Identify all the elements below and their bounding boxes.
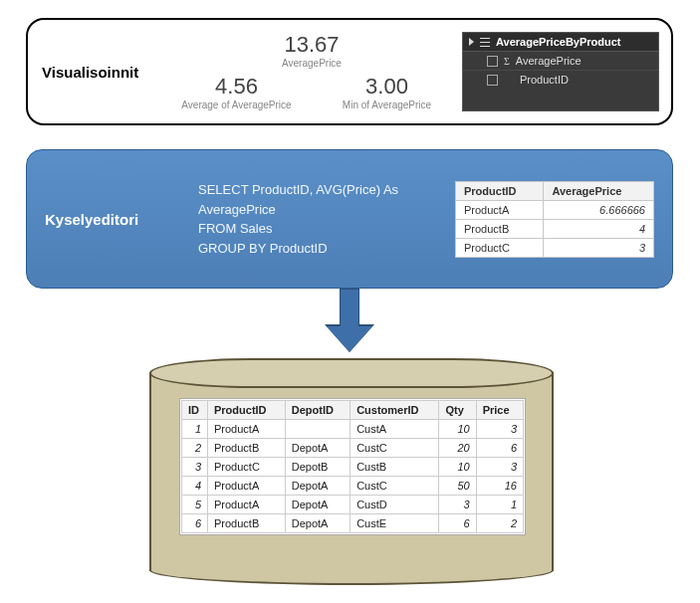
- cell: DepotA: [285, 439, 350, 458]
- cell: DepotA: [285, 514, 350, 533]
- sql-line: GROUP BY ProductID: [198, 239, 441, 259]
- metric-label: Min of AveragePrice: [312, 100, 462, 110]
- cell: 6.666666: [544, 200, 654, 219]
- table-row: 1 ProductA CustA 10 3: [182, 420, 524, 439]
- result-col-productid: ProductID: [456, 181, 544, 200]
- cell: ProductB: [456, 219, 544, 238]
- cell: 50: [439, 477, 476, 496]
- metric-min-of-avg: 3.00 Min of AveragePrice: [312, 75, 462, 109]
- expand-icon: [469, 38, 474, 46]
- cell: 3: [439, 496, 476, 514]
- cell: [285, 420, 350, 439]
- sql-line: SELECT ProductID, AVG(Price) As: [198, 180, 441, 200]
- result-row: ProductC 3: [456, 238, 654, 257]
- result-header-row: ProductID AveragePrice: [456, 181, 654, 200]
- cell: CustE: [350, 514, 439, 533]
- cell: 5: [182, 496, 208, 514]
- cell: 10: [439, 458, 476, 477]
- cell: ProductA: [208, 496, 286, 514]
- field-item[interactable]: Σ AveragePrice: [463, 52, 658, 71]
- table-row: 3 ProductC DepotB CustB 10 3: [182, 458, 524, 477]
- cell: 20: [439, 439, 476, 458]
- fields-table-header[interactable]: AveragePriceByProduct: [463, 33, 658, 52]
- metric-average-price: 13.67 AveragePrice: [161, 33, 462, 68]
- col-depotid: DepotID: [285, 401, 350, 420]
- result-row: ProductA 6.666666: [456, 200, 654, 219]
- cell: 4: [544, 219, 654, 238]
- checkbox-icon[interactable]: [487, 56, 498, 67]
- fields-table-name: AveragePriceByProduct: [496, 36, 621, 48]
- cell: 10: [439, 420, 476, 439]
- cell: CustC: [350, 439, 439, 458]
- cell: ProductC: [456, 238, 544, 257]
- cell: ProductB: [208, 514, 286, 533]
- table-row: 5 ProductA DepotA CustD 3 1: [182, 496, 524, 514]
- cell: CustC: [350, 477, 439, 496]
- source-table: ID ProductID DepotID CustomerID Qty Pric…: [179, 398, 526, 535]
- col-customerid: CustomerID: [350, 401, 439, 420]
- cell: 2: [476, 514, 523, 533]
- sql-text: SELECT ProductID, AVG(Price) As AverageP…: [194, 180, 455, 258]
- metric-label: Average of AveragePrice: [161, 100, 312, 110]
- table-icon: [480, 38, 490, 47]
- col-qty: Qty: [439, 401, 476, 420]
- cell: 4: [182, 477, 208, 496]
- database-cylinder: ID ProductID DepotID CustomerID Qty Pric…: [149, 358, 554, 587]
- cell: ProductA: [208, 420, 286, 439]
- flow-arrow-icon: [327, 289, 372, 354]
- metrics-grid: 13.67 AveragePrice 4.56 Average of Avera…: [161, 30, 462, 113]
- sql-line: AveragePrice: [198, 200, 441, 220]
- cell: ProductC: [208, 458, 286, 477]
- field-name: ProductID: [520, 74, 569, 86]
- cell: 6: [439, 514, 476, 533]
- fields-panel: AveragePriceByProduct Σ AveragePrice Pro…: [462, 32, 659, 111]
- result-col-averageprice: AveragePrice: [544, 181, 654, 200]
- metric-value: 13.67: [161, 33, 462, 57]
- cell: DepotA: [285, 496, 350, 514]
- table-row: 2 ProductB DepotA CustC 20 6: [182, 439, 524, 458]
- cell: 3: [182, 458, 208, 477]
- col-productid: ProductID: [208, 401, 286, 420]
- cell: DepotA: [285, 477, 350, 496]
- sql-line: FROM Sales: [198, 219, 441, 239]
- col-price: Price: [476, 401, 523, 420]
- field-name: AveragePrice: [516, 55, 582, 67]
- visualizations-card: Visualisoinnit 13.67 AveragePrice 4.56 A…: [26, 18, 673, 125]
- metric-value: 4.56: [161, 75, 312, 99]
- cell: 1: [476, 496, 523, 514]
- result-row: ProductB 4: [456, 219, 654, 238]
- col-id: ID: [182, 401, 208, 420]
- metric-value: 3.00: [312, 75, 462, 99]
- cell: 1: [182, 420, 208, 439]
- cell: CustD: [350, 496, 439, 514]
- query-editor-title: Kyselyeditori: [45, 211, 194, 228]
- visualizations-title: Visualisoinnit: [42, 30, 161, 113]
- source-header-row: ID ProductID DepotID CustomerID Qty Pric…: [182, 401, 524, 420]
- metric-label: AveragePrice: [161, 58, 462, 69]
- cell: ProductA: [208, 477, 286, 496]
- checkbox-icon[interactable]: [487, 75, 498, 86]
- sigma-icon: Σ: [504, 56, 510, 67]
- cell: CustB: [350, 458, 439, 477]
- table-row: 6 ProductB DepotA CustE 6 2: [182, 514, 524, 533]
- cell: CustA: [350, 420, 439, 439]
- cell: 6: [476, 439, 523, 458]
- query-editor-card: Kyselyeditori SELECT ProductID, AVG(Pric…: [26, 149, 673, 289]
- cell: ProductA: [456, 200, 544, 219]
- cell: 3: [476, 458, 523, 477]
- cell: 2: [182, 439, 208, 458]
- cell: 3: [476, 420, 523, 439]
- metric-avg-of-avg: 4.56 Average of AveragePrice: [161, 75, 312, 109]
- cell: DepotB: [285, 458, 350, 477]
- cell: 6: [182, 514, 208, 533]
- query-result-table: ProductID AveragePrice ProductA 6.666666…: [455, 181, 654, 258]
- table-row: 4 ProductA DepotA CustC 50 16: [182, 477, 524, 496]
- field-item[interactable]: ProductID: [463, 71, 658, 89]
- cell: ProductB: [208, 439, 286, 458]
- cell: 16: [476, 477, 523, 496]
- cell: 3: [544, 238, 654, 257]
